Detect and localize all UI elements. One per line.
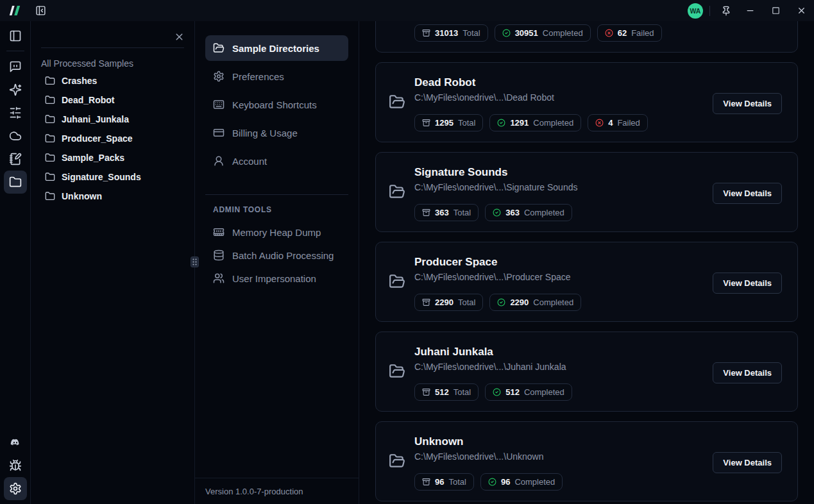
circle-check-icon <box>497 298 505 307</box>
cards-scroll-area[interactable]: 31013 Total 30951 Completed 62 Failed <box>359 21 814 504</box>
badge-value: 512 <box>435 387 449 397</box>
archive-icon <box>422 478 430 486</box>
rail-bug-report-button[interactable] <box>4 454 27 477</box>
close-window-button[interactable] <box>788 0 814 21</box>
folder-open-icon <box>389 453 405 469</box>
folder-item-juhani-junkala[interactable]: Juhani_Junkala <box>45 110 184 129</box>
processed-samples-panel: All Processed Samples Crashes Dead_Robot… <box>31 21 195 504</box>
admin-tools-label: ADMIN TOOLS <box>205 205 348 214</box>
nav-item-sample-directories[interactable]: Sample Directories <box>205 35 348 61</box>
card-title: Signature Sounds <box>414 165 700 179</box>
card-body: 31013 Total 30951 Completed 62 Failed <box>414 21 782 42</box>
badge-label: Failed <box>631 28 654 38</box>
rail-divider <box>6 51 24 51</box>
folder-icon <box>45 172 55 182</box>
rail-panel-button[interactable] <box>4 24 27 47</box>
nav-item-user-impersonation[interactable]: User Impersonation <box>205 267 348 290</box>
folder-item-sample-packs[interactable]: Sample_Packs <box>45 148 184 167</box>
minimize-button[interactable] <box>737 0 763 21</box>
directory-card-producer-space: Producer Space C:\MyFiles\onedrive\...\P… <box>375 242 798 322</box>
badge-label: Total <box>458 118 475 128</box>
directory-card-dead-robot: Dead Robot C:\MyFiles\onedrive\...\Dead … <box>375 62 798 142</box>
badge-label: Total <box>448 477 466 487</box>
folder-item-signature-sounds[interactable]: Signature_Sounds <box>45 167 184 187</box>
rail-folders-button[interactable] <box>4 171 27 194</box>
rail-notebook-button[interactable] <box>4 147 27 171</box>
folder-item-crashes[interactable]: Crashes <box>45 71 184 90</box>
folder-icon <box>45 114 55 124</box>
badge-value: 31013 <box>435 28 458 38</box>
badge-value: 96 <box>435 477 444 487</box>
panel-left-icon <box>9 29 22 42</box>
rail-discord-button[interactable] <box>4 431 27 454</box>
badge-value: 2290 <box>510 298 529 307</box>
sparkles-icon <box>9 83 22 96</box>
panel-left-close-icon <box>35 5 46 16</box>
badge-label: Completed <box>524 208 564 217</box>
card-body: Dead Robot C:\MyFiles\onedrive\...\Dead … <box>414 76 700 131</box>
folder-icon <box>45 95 55 105</box>
badge-value: 363 <box>435 208 449 217</box>
badge-label: Completed <box>533 298 573 307</box>
circle-x-icon <box>595 119 604 127</box>
badge-value: 4 <box>608 118 613 128</box>
maximize-button[interactable] <box>763 0 788 21</box>
admin-tools-section: Memory Heap Dump Batch Audio Processing … <box>205 221 348 290</box>
nav-item-label: Billing & Usage <box>232 128 298 139</box>
credit-card-icon <box>213 127 225 139</box>
nav-item-account[interactable]: Account <box>205 148 348 174</box>
nav-item-label: Memory Heap Dump <box>232 227 321 238</box>
failed-badge: 62 Failed <box>597 24 662 42</box>
pin-window-button[interactable] <box>715 0 737 21</box>
folder-item-unknown[interactable]: Unknown <box>45 187 184 206</box>
total-badge: 363 Total <box>414 204 479 221</box>
circle-check-icon <box>493 208 501 217</box>
view-details-button[interactable]: View Details <box>713 362 782 383</box>
nav-item-keyboard-shortcuts[interactable]: Keyboard Shortcuts <box>205 92 348 117</box>
circle-check-icon <box>488 478 496 486</box>
rail-cloud-button[interactable] <box>4 124 27 147</box>
panel-close-button[interactable] <box>173 30 185 43</box>
nav-item-memory-heap-dump[interactable]: Memory Heap Dump <box>205 221 348 244</box>
card-badges: 363 Total 363 Completed <box>414 204 700 221</box>
settings-nav-panel: Sample Directories Preferences Keyboard … <box>195 21 359 504</box>
folder-item-producer-space[interactable]: Producer_Space <box>45 129 184 148</box>
sidebar-toggle-button[interactable] <box>31 2 49 20</box>
total-badge: 512 Total <box>414 383 479 401</box>
discord-icon <box>8 435 22 449</box>
close-icon <box>797 6 806 15</box>
view-details-button[interactable]: View Details <box>713 183 782 204</box>
rail-chat-button[interactable] <box>4 55 27 78</box>
rail-sliders-button[interactable] <box>4 101 27 124</box>
rail-settings-button[interactable] <box>4 477 27 500</box>
view-details-button[interactable]: View Details <box>713 273 782 294</box>
badge-label: Total <box>462 28 480 38</box>
badge-label: Total <box>454 387 471 397</box>
panel-resize-handle[interactable] <box>191 256 199 267</box>
nav-item-billing-usage[interactable]: Billing & Usage <box>205 120 348 146</box>
badge-value: 62 <box>618 28 627 38</box>
nav-item-label: Batch Audio Processing <box>232 250 334 261</box>
archive-icon <box>422 388 430 396</box>
folder-list: Crashes Dead_Robot Juhani_Junkala Produc… <box>45 71 184 206</box>
archive-icon <box>422 29 430 37</box>
badge-value: 2290 <box>435 298 454 307</box>
folder-item-label: Signature_Sounds <box>62 172 141 182</box>
avatar[interactable]: WA <box>688 3 703 19</box>
folder-item-label: Unknown <box>62 191 102 201</box>
badge-label: Total <box>454 208 471 217</box>
badge-label: Completed <box>543 28 583 38</box>
nav-item-label: Preferences <box>232 71 284 82</box>
card-title: Unknown <box>414 435 700 448</box>
view-details-button[interactable]: View Details <box>713 452 782 473</box>
card-badges: 2290 Total 2290 Completed <box>414 294 700 311</box>
icon-rail <box>0 21 31 504</box>
completed-badge: 363 Completed <box>485 204 572 221</box>
folder-item-dead-robot[interactable]: Dead_Robot <box>45 90 184 110</box>
completed-badge: 1291 Completed <box>489 114 581 131</box>
nav-item-preferences[interactable]: Preferences <box>205 63 348 89</box>
view-details-button[interactable]: View Details <box>713 93 782 114</box>
rail-sparkles-button[interactable] <box>4 78 27 101</box>
nav-item-batch-audio-processing[interactable]: Batch Audio Processing <box>205 244 348 267</box>
directory-card-juhani-junkala: Juhani Junkala C:\MyFiles\onedrive\...\J… <box>375 332 798 412</box>
